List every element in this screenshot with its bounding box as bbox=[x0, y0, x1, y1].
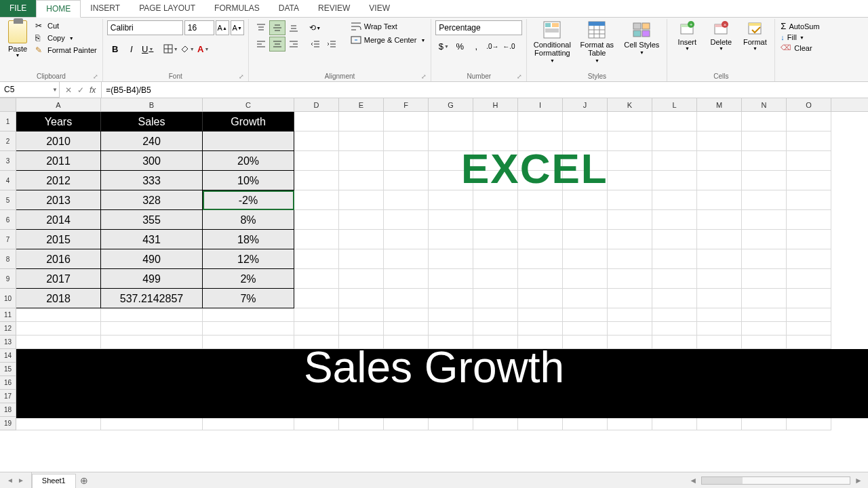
cell[interactable] bbox=[339, 336, 384, 349]
name-box[interactable]: C5▼ bbox=[0, 82, 60, 98]
cell[interactable] bbox=[697, 336, 742, 349]
cell-styles-button[interactable]: Cell Styles▼ bbox=[620, 20, 663, 57]
cell[interactable] bbox=[697, 210, 742, 230]
cell[interactable] bbox=[473, 336, 518, 349]
fx-icon[interactable]: fx bbox=[90, 85, 96, 95]
cell[interactable] bbox=[787, 269, 831, 289]
cell[interactable] bbox=[652, 336, 697, 349]
cell[interactable] bbox=[742, 210, 787, 230]
cell[interactable] bbox=[518, 336, 563, 349]
cell[interactable] bbox=[742, 112, 787, 131]
decrease-font-button[interactable]: A▼ bbox=[231, 20, 244, 35]
cell[interactable] bbox=[697, 151, 742, 171]
paste-button[interactable]: Paste ▼ bbox=[4, 20, 31, 58]
cell[interactable] bbox=[563, 112, 608, 131]
sheet-nav-last[interactable]: ► bbox=[18, 476, 24, 484]
decrease-decimal-button[interactable]: ←.0 bbox=[500, 38, 517, 54]
row-header[interactable]: 17 bbox=[0, 390, 16, 403]
cell[interactable]: 2015 bbox=[16, 230, 101, 249]
cell[interactable] bbox=[294, 210, 339, 230]
tab-file[interactable]: FILE bbox=[0, 0, 36, 17]
cell[interactable] bbox=[339, 171, 384, 190]
underline-button[interactable]: U▼ bbox=[140, 41, 156, 57]
cell[interactable] bbox=[742, 269, 787, 289]
cell[interactable] bbox=[473, 230, 518, 249]
cell[interactable] bbox=[339, 249, 384, 269]
cell[interactable] bbox=[203, 336, 294, 349]
cell[interactable] bbox=[384, 308, 429, 322]
cell[interactable] bbox=[518, 249, 563, 269]
cell[interactable] bbox=[652, 112, 697, 131]
row-header[interactable]: 4 bbox=[0, 171, 16, 190]
cell[interactable] bbox=[384, 336, 429, 349]
cell[interactable] bbox=[787, 417, 831, 430]
autosum-button[interactable]: ΣAutoSum bbox=[779, 20, 821, 32]
cell[interactable] bbox=[787, 230, 831, 249]
cell[interactable] bbox=[608, 131, 652, 151]
cell[interactable] bbox=[429, 336, 473, 349]
cell[interactable] bbox=[787, 171, 831, 190]
cell[interactable] bbox=[16, 322, 101, 336]
column-header-J[interactable]: J bbox=[563, 98, 608, 111]
cell[interactable] bbox=[339, 269, 384, 289]
cell[interactable] bbox=[294, 190, 339, 210]
tab-view[interactable]: VIEW bbox=[359, 0, 399, 17]
sheet-tab[interactable]: Sheet1 bbox=[32, 474, 76, 488]
column-header-F[interactable]: F bbox=[384, 98, 429, 111]
cell[interactable] bbox=[518, 289, 563, 308]
row-header[interactable]: 12 bbox=[0, 322, 16, 336]
cell[interactable] bbox=[697, 249, 742, 269]
cell[interactable] bbox=[384, 322, 429, 336]
cell[interactable]: 2013 bbox=[16, 190, 101, 210]
cell[interactable] bbox=[16, 308, 101, 322]
cell[interactable] bbox=[608, 336, 652, 349]
cell[interactable] bbox=[339, 417, 384, 430]
cell[interactable] bbox=[384, 417, 429, 430]
cell[interactable] bbox=[787, 289, 831, 308]
cell[interactable] bbox=[101, 308, 203, 322]
cell[interactable] bbox=[787, 131, 831, 151]
column-header-D[interactable]: D bbox=[294, 98, 339, 111]
column-header-O[interactable]: O bbox=[787, 98, 831, 111]
cell[interactable]: 18% bbox=[203, 230, 294, 249]
cell[interactable] bbox=[608, 210, 652, 230]
cell[interactable] bbox=[384, 230, 429, 249]
cell[interactable] bbox=[473, 171, 518, 190]
cell[interactable] bbox=[608, 230, 652, 249]
align-left-button[interactable] bbox=[253, 37, 269, 52]
row-header[interactable]: 16 bbox=[0, 376, 16, 390]
column-header-H[interactable]: H bbox=[473, 98, 518, 111]
cell[interactable] bbox=[697, 269, 742, 289]
cell[interactable]: Years bbox=[16, 112, 101, 131]
cell[interactable] bbox=[429, 131, 473, 151]
row-header[interactable]: 15 bbox=[0, 363, 16, 376]
row-header[interactable]: 9 bbox=[0, 269, 16, 289]
cell[interactable] bbox=[294, 289, 339, 308]
cell[interactable] bbox=[563, 336, 608, 349]
cell[interactable] bbox=[518, 210, 563, 230]
increase-indent-button[interactable] bbox=[323, 37, 340, 52]
cell[interactable] bbox=[294, 308, 339, 322]
column-header-A[interactable]: A bbox=[16, 98, 101, 111]
cell[interactable] bbox=[652, 289, 697, 308]
column-header-L[interactable]: L bbox=[652, 98, 697, 111]
cell[interactable] bbox=[697, 190, 742, 210]
row-header[interactable]: 5 bbox=[0, 190, 16, 210]
select-all-corner[interactable] bbox=[0, 98, 16, 111]
cell[interactable] bbox=[429, 151, 473, 171]
cell[interactable] bbox=[608, 417, 652, 430]
row-header[interactable]: 14 bbox=[0, 349, 16, 363]
enter-formula-button[interactable]: ✓ bbox=[77, 85, 84, 95]
cell[interactable] bbox=[518, 112, 563, 131]
cell[interactable] bbox=[518, 190, 563, 210]
cell[interactable] bbox=[339, 151, 384, 171]
cell[interactable] bbox=[652, 269, 697, 289]
cell[interactable]: 7% bbox=[203, 289, 294, 308]
cell[interactable] bbox=[203, 131, 294, 151]
fill-color-button[interactable]: ▼ bbox=[179, 41, 195, 57]
cell[interactable] bbox=[384, 151, 429, 171]
cell[interactable] bbox=[608, 151, 652, 171]
cell[interactable] bbox=[608, 269, 652, 289]
cell[interactable] bbox=[787, 210, 831, 230]
cell[interactable] bbox=[339, 289, 384, 308]
